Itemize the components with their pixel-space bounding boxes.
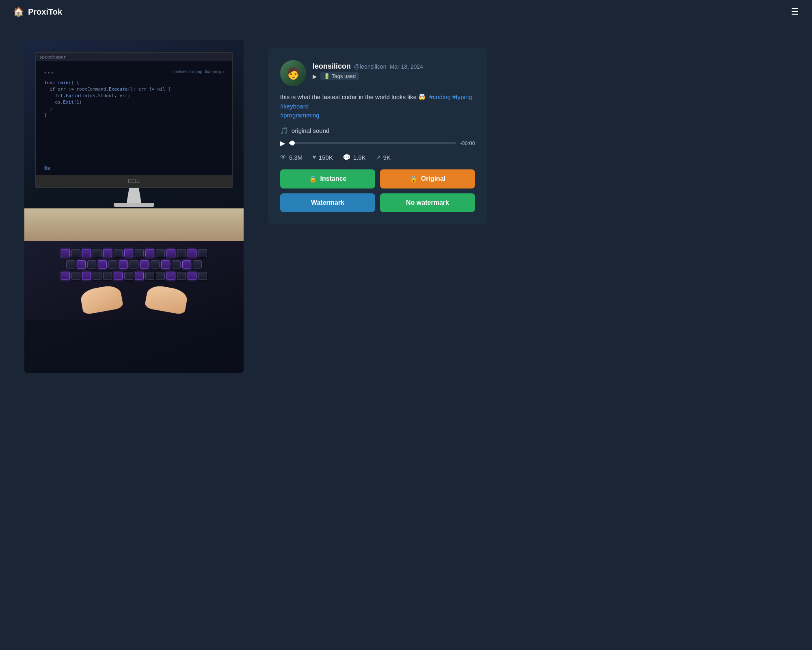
time-label: -00:00 <box>460 140 475 146</box>
key <box>119 260 128 269</box>
keyboard-row-3 <box>61 272 207 280</box>
key <box>130 260 138 269</box>
tags-badge: 🔋 Tags used <box>320 72 359 80</box>
views-stat: 👁 5.3M <box>280 154 302 161</box>
no-watermark-button[interactable]: No watermark <box>380 193 475 212</box>
key <box>93 272 102 280</box>
battery-icon: 🔋 <box>324 73 330 79</box>
info-panel: 🧑 leonsilicon @leonsilicon Mar 18, 2024 … <box>268 48 487 224</box>
desk-surface <box>24 208 244 241</box>
code-line-5: } <box>44 106 224 111</box>
monitor-title-bar: speedtyper <box>36 53 232 61</box>
key <box>82 272 91 280</box>
original-button[interactable]: 🔒 Original <box>380 169 475 188</box>
key <box>77 260 86 269</box>
watermark-button[interactable]: Watermark <box>280 193 375 212</box>
key <box>98 260 107 269</box>
description-text: this is what the fastest coder in the wo… <box>280 93 426 100</box>
key <box>71 249 80 257</box>
key <box>188 272 197 280</box>
main-content: speedtyper tools/etcd-dump-db/main.go • … <box>0 24 812 389</box>
views-icon: 👁 <box>280 154 287 161</box>
code-line-2: if err := rootCommand.Execute(); err != … <box>44 87 224 92</box>
key <box>177 272 186 280</box>
key <box>61 249 70 257</box>
key <box>161 260 170 269</box>
key <box>108 260 117 269</box>
avatar: 🧑 <box>280 60 306 86</box>
right-hand <box>145 284 189 315</box>
key <box>166 272 175 280</box>
user-meta: leonsilicon @leonsilicon Mar 18, 2024 ▶ … <box>313 62 423 84</box>
key <box>198 249 207 257</box>
username: leonsilicon <box>313 62 351 71</box>
instance-button[interactable]: 🔒 Instance <box>280 169 375 188</box>
key <box>166 249 175 257</box>
comments-count: 1.5K <box>353 154 366 161</box>
key <box>124 249 133 257</box>
logo-area: 🏠 ProxiTok <box>13 6 62 17</box>
key <box>198 272 207 280</box>
keyboard-row-1 <box>61 249 207 257</box>
key <box>140 260 149 269</box>
key <box>124 272 133 280</box>
key <box>114 249 123 257</box>
key <box>103 272 112 280</box>
shares-icon: ↗ <box>376 154 381 161</box>
title-bar-text: speedtyper <box>39 54 66 60</box>
video-container: speedtyper tools/etcd-dump-db/main.go • … <box>24 40 244 373</box>
key <box>177 249 186 257</box>
shares-count: 9K <box>383 154 391 161</box>
key <box>61 272 70 280</box>
key <box>193 260 202 269</box>
user-row: 🧑 leonsilicon @leonsilicon Mar 18, 2024 … <box>280 60 475 86</box>
play-tags-row: ▶ 🔋 Tags used <box>313 72 423 80</box>
key <box>82 249 91 257</box>
audio-play-button[interactable]: ▶ <box>280 139 285 147</box>
menu-button[interactable]: ☰ <box>791 6 799 17</box>
code-path: tools/etcd-dump-db/main.go <box>173 69 224 74</box>
app-name: ProxiTok <box>28 7 62 17</box>
post-date: Mar 18, 2024 <box>390 63 423 70</box>
video-placeholder: speedtyper tools/etcd-dump-db/main.go • … <box>24 40 244 373</box>
monitor-base <box>114 203 154 207</box>
original-label: Original <box>421 175 445 182</box>
post-description: this is what the fastest coder in the wo… <box>280 93 475 120</box>
code-line-6: } <box>44 113 224 118</box>
monitor-stand <box>122 188 146 203</box>
download-buttons: 🔒 Instance 🔒 Original Watermark No water… <box>280 169 475 212</box>
keyboard-row-2 <box>66 260 202 269</box>
player-row: ▶ -00:00 <box>280 139 475 147</box>
key <box>135 249 144 257</box>
shares-stat: ↗ 9K <box>376 154 391 161</box>
key <box>87 260 96 269</box>
hashtag-programming[interactable]: #programming <box>280 112 320 119</box>
key <box>145 249 154 257</box>
monitor-screen: speedtyper tools/etcd-dump-db/main.go • … <box>35 52 233 188</box>
key <box>151 260 160 269</box>
hashtag-coding[interactable]: #coding <box>430 93 451 100</box>
home-icon: 🏠 <box>13 6 24 17</box>
monitor-bezel: DELL <box>36 175 232 187</box>
key <box>182 260 191 269</box>
sound-row: 🎵 original sound <box>280 127 475 134</box>
progress-dot <box>290 141 295 145</box>
likes-count: 150K <box>319 154 333 161</box>
keyboard-area <box>24 241 244 320</box>
hashtag-keyboard[interactable]: #keyboard <box>280 103 309 110</box>
key <box>156 249 165 257</box>
comments-stat: 💬 1.5K <box>343 154 366 161</box>
music-icon: 🎵 <box>280 127 288 134</box>
hands-area <box>81 287 187 312</box>
key <box>114 272 123 280</box>
user-name-row: leonsilicon @leonsilicon Mar 18, 2024 <box>313 62 423 71</box>
tags-label: Tags used <box>332 73 356 79</box>
hashtag-typing[interactable]: #typing <box>452 93 472 100</box>
monitor-brand: DELL <box>128 178 140 184</box>
audio-progress-bar[interactable] <box>289 142 456 144</box>
lock-icon-instance: 🔒 <box>309 175 317 183</box>
watermark-label: Watermark <box>311 199 344 206</box>
stats-row: 👁 5.3M ♥ 150K 💬 1.5K ↗ 9K <box>280 154 475 161</box>
code-line-3: fmt.Fprintln(os.Stdout, err) <box>44 93 224 98</box>
key <box>71 272 80 280</box>
